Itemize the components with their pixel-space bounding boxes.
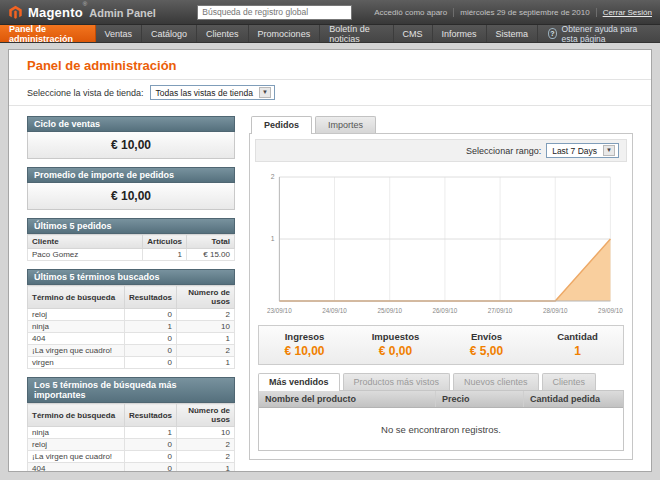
tab-most-viewed[interactable]: Productos más vistos — [343, 373, 451, 390]
total-cell: € 15.00 — [187, 249, 235, 261]
term-cell: ninja — [28, 427, 125, 439]
range-select[interactable]: Last 7 Days ▼ — [546, 143, 619, 158]
nav-item-system[interactable]: Sistema — [487, 25, 539, 42]
uses-cell: 2 — [177, 439, 235, 451]
stat-label: Ingresos — [259, 331, 350, 342]
tab-orders[interactable]: Pedidos — [251, 116, 312, 134]
average-orders-panel: Promedio de importe de pedidos € 10,00 — [27, 167, 235, 210]
table-row[interactable]: Paco Gomez 1 € 15.00 — [28, 249, 235, 261]
dashboard-main: Ciclo de ventas € 10,00 Promedio de impo… — [9, 106, 651, 472]
lifetime-sales-panel: Ciclo de ventas € 10,00 — [27, 116, 235, 159]
table-row[interactable]: ninja 1 10 — [28, 427, 235, 439]
results-cell: 0 — [124, 451, 176, 463]
table-header-row: Nombre del producto Precio Cantidad pedi… — [259, 391, 623, 408]
nav-item-catalog[interactable]: Catálogo — [142, 25, 197, 42]
svg-text:1: 1 — [271, 235, 275, 242]
term-cell: ninja — [28, 321, 125, 333]
nav-item-customers[interactable]: Clientes — [197, 25, 249, 42]
last-search-terms-table: Término de búsqueda Resultados Número de… — [27, 285, 235, 369]
stat-shipping: Envíos € 5,00 — [441, 326, 532, 364]
divider — [596, 8, 597, 17]
uses-cell: 1 — [177, 463, 235, 473]
stat-label: Cantidad — [532, 331, 623, 342]
term-cell: ¡La virgen que cuadro! — [28, 345, 125, 357]
tab-bestsellers[interactable]: Más vendidos — [258, 373, 340, 391]
term-cell: reloj — [28, 309, 125, 321]
stat-quantity: Cantidad 1 — [532, 326, 623, 364]
table-row[interactable]: 404 0 1 — [28, 333, 235, 345]
orders-chart: 1223/09/1024/09/1025/09/1026/09/1027/09/… — [250, 167, 632, 317]
current-date: miércoles 29 de septiembre de 2010 — [460, 8, 589, 17]
logo-suffix: Admin Panel — [89, 7, 156, 19]
panel-title: Últimos 5 términos buscados — [27, 269, 235, 285]
uses-cell: 2 — [177, 309, 235, 321]
page-title: Panel de administración — [9, 50, 651, 79]
header: Magento®Admin Panel Accedió como aparo m… — [0, 0, 660, 25]
totals-row: Ingresos € 10,00 Impuestos € 0,00 Envíos… — [258, 325, 624, 365]
table-row[interactable]: ¡La virgen que cuadro! 0 2 — [28, 451, 235, 463]
svg-text:24/09/10: 24/09/10 — [322, 307, 347, 314]
empty-records-message: No se encontraron registros. — [259, 408, 623, 450]
store-view-select[interactable]: Todas las vistas de tienda ▼ — [150, 85, 275, 100]
range-label: Seleccionar rango: — [466, 146, 541, 156]
magento-logo-icon — [8, 5, 23, 20]
uses-cell: 1 — [177, 357, 235, 369]
range-select-value: Last 7 Days — [552, 146, 597, 156]
svg-text:29/09/10: 29/09/10 — [598, 307, 623, 314]
global-search-input[interactable] — [197, 5, 352, 20]
table-header-row: Cliente Artículos Total — [28, 235, 235, 249]
table-row[interactable]: 404 0 1 — [28, 463, 235, 473]
results-cell: 1 — [124, 321, 176, 333]
last-orders-panel: Últimos 5 pedidos Cliente Artículos Tota… — [27, 218, 235, 261]
term-cell: virgen — [28, 357, 125, 369]
col-header-total: Total — [187, 235, 235, 249]
table-row[interactable]: ¡La virgen que cuadro! 0 2 — [28, 345, 235, 357]
col-header-term: Término de búsqueda — [28, 286, 125, 309]
nav-item-promotions[interactable]: Promociones — [249, 25, 321, 42]
store-view-bar: Seleccione la vista de tienda: Todas las… — [9, 79, 651, 106]
stat-value: 1 — [532, 344, 623, 358]
col-header-qty-ordered: Cantidad pedida — [523, 391, 623, 407]
table-row[interactable]: reloj 0 2 — [28, 309, 235, 321]
table-row[interactable]: virgen 0 1 — [28, 357, 235, 369]
bestsellers-table: Nombre del producto Precio Cantidad pedi… — [258, 390, 624, 451]
term-cell: ¡La virgen que cuadro! — [28, 451, 125, 463]
table-row[interactable]: reloj 0 2 — [28, 439, 235, 451]
nav-item-dashboard[interactable]: Panel de administración — [0, 25, 96, 42]
stat-label: Envíos — [441, 331, 532, 342]
range-bar: Seleccionar rango: Last 7 Days ▼ — [255, 139, 627, 162]
help-icon: ? — [548, 28, 557, 39]
items-cell: 1 — [143, 249, 187, 261]
lifetime-sales-value: € 10,00 — [27, 132, 235, 159]
uses-cell: 2 — [177, 451, 235, 463]
nav-item-newsletter[interactable]: Boletín de noticias — [320, 25, 393, 42]
chevron-down-icon: ▼ — [603, 145, 615, 156]
tab-new-customers[interactable]: Nuevos clientes — [453, 373, 539, 390]
divider — [453, 8, 454, 17]
header-user-area: Accedió como aparo miércoles 29 de septi… — [374, 8, 652, 17]
tab-customers[interactable]: Clientes — [542, 373, 597, 390]
results-cell: 0 — [124, 463, 176, 473]
nav-item-reports[interactable]: Informes — [433, 25, 487, 42]
nav-item-cms[interactable]: CMS — [394, 25, 433, 42]
logo-registered-mark: ® — [83, 1, 87, 7]
svg-text:27/09/10: 27/09/10 — [488, 307, 513, 314]
svg-text:25/09/10: 25/09/10 — [377, 307, 402, 314]
col-header-product-name: Nombre del producto — [259, 391, 435, 407]
col-header-price: Precio — [435, 391, 523, 407]
tab-amounts[interactable]: Importes — [315, 116, 376, 133]
nav-item-sales[interactable]: Ventas — [96, 25, 143, 42]
term-cell: 404 — [28, 463, 125, 473]
table-row[interactable]: ninja 1 10 — [28, 321, 235, 333]
right-column: Pedidos Importes Seleccionar rango: Last… — [249, 116, 633, 472]
svg-text:26/09/10: 26/09/10 — [433, 307, 458, 314]
panel-title: Últimos 5 pedidos — [27, 218, 235, 234]
logout-link[interactable]: Cerrar Sesión — [603, 8, 652, 17]
content-wrap: Panel de administración Seleccione la vi… — [0, 43, 660, 480]
uses-cell: 10 — [177, 427, 235, 439]
stat-value: € 10,00 — [259, 344, 350, 358]
logged-in-as: Accedió como aparo — [374, 8, 447, 17]
results-cell: 0 — [124, 357, 176, 369]
help-link[interactable]: ? Obtener ayuda para esta página — [538, 25, 660, 42]
col-header-items: Artículos — [143, 235, 187, 249]
